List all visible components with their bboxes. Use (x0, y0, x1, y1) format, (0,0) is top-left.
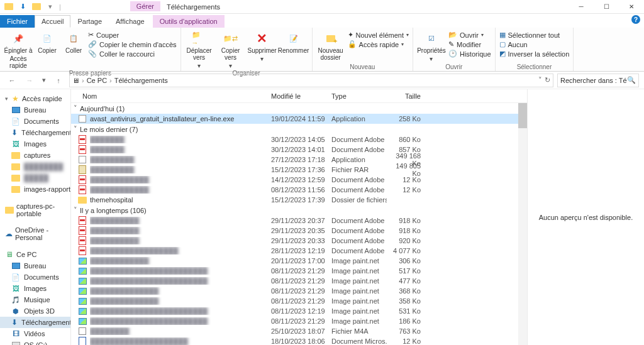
copy-path-button[interactable]: 🔗Copier le chemin d'accès (88, 40, 177, 49)
file-row[interactable]: ████████████████████████08/11/2023 21:29… (71, 266, 527, 276)
nav-onedrive[interactable]: ☁OneDrive - Personal (0, 225, 70, 243)
col-size[interactable]: Taille (387, 92, 421, 100)
search-input[interactable]: Rechercher dans : Té… 🔍 (557, 74, 639, 87)
paste-shortcut-button[interactable]: 📎Coller le raccourci (88, 49, 177, 58)
new-item-button[interactable]: ✦Nouvel élément▾ (348, 30, 409, 40)
file-modified: 08/11/2023 21:29 (271, 297, 331, 305)
nav-blur1[interactable]: ████████ (0, 161, 70, 172)
paste-button[interactable]: 📋 Coller (62, 29, 86, 54)
file-row[interactable]: ████████████████████████08/11/2023 21:29… (71, 316, 527, 326)
forward-button[interactable]: → (23, 74, 36, 87)
nav-this-pc[interactable]: 🖥Ce PC (0, 249, 70, 260)
copy-button[interactable]: 📄 Copier (35, 29, 59, 54)
file-row[interactable]: ████████████20/11/2023 17:00Image paint.… (71, 256, 527, 266)
file-row[interactable]: ██████████████████28/11/2023 12:19Docume… (71, 246, 527, 256)
file-row[interactable]: themehospital15/12/2023 17:39Dossier de … (71, 195, 527, 205)
nav-desktop[interactable]: Bureau (0, 104, 70, 116)
down-arrow-icon[interactable]: ⬇ (18, 2, 28, 12)
recent-locations-button[interactable]: ▾ (40, 74, 48, 87)
close-button[interactable]: ✕ (619, 0, 644, 14)
navigation-pane[interactable]: ▾★Accès rapide Bureau 📄Documents ⬇Téléch… (0, 89, 71, 345)
help-icon[interactable]: ? (631, 15, 640, 24)
nav-pc-documents[interactable]: 📄Documents (0, 271, 70, 283)
file-row[interactable]: ████████████████████████08/11/2023 12:19… (71, 306, 527, 316)
properties-button[interactable]: ☑Propriétés▾ (417, 29, 446, 62)
file-row[interactable]: █████████15/12/2023 17:36Fichier RAR149 … (71, 165, 527, 175)
up-button[interactable]: ↑ (52, 74, 65, 87)
select-none-button[interactable]: ▢Aucun (499, 40, 570, 49)
file-name: avast_antivirus_gratuit_installateur_en-… (90, 115, 271, 123)
col-type[interactable]: Type (331, 92, 387, 100)
nav-downloads[interactable]: ⬇Téléchargements (0, 127, 70, 138)
nav-pc-desktop[interactable]: Bureau (0, 260, 70, 271)
refresh-icon[interactable]: ↻ (545, 76, 550, 84)
nav-pc-videos[interactable]: 🎞Vidéos (0, 328, 70, 339)
nav-pc-downloads[interactable]: ⬇Téléchargements (0, 317, 70, 328)
nav-quick-access[interactable]: ▾★Accès rapide (0, 93, 70, 104)
file-row[interactable]: ██████████29/11/2023 20:37Document Adobe… (71, 216, 527, 226)
tab-share[interactable]: Partage (70, 15, 109, 28)
folder-qat-icon[interactable] (31, 2, 42, 12)
file-name: ██████████████ (90, 297, 271, 305)
maximize-button[interactable]: ☐ (594, 0, 619, 14)
file-list[interactable]: Nom Modifié le Type Taille ˅Aujourd'hui … (71, 89, 527, 345)
tab-view[interactable]: Affichage (109, 15, 152, 28)
file-row[interactable]: ██████████████08/11/2023 21:29Image pain… (71, 286, 527, 296)
file-row[interactable]: ████████████████████18/10/2023 18:06Docu… (71, 336, 527, 345)
invert-selection-button[interactable]: ◩Inverser la sélection (499, 49, 570, 58)
nav-pc-osc[interactable]: OS (C:) (0, 339, 70, 345)
open-button[interactable]: 📂Ouvrir▾ (448, 30, 491, 40)
file-row[interactable]: ███████30/12/2023 14:01Document Adobe ..… (71, 145, 527, 155)
modify-button[interactable]: ✎Modifier (448, 40, 491, 49)
tab-home[interactable]: Accueil (35, 15, 70, 28)
nav-documents[interactable]: 📄Documents (0, 116, 70, 127)
nav-captures-pc[interactable]: captures-pc-portable (0, 201, 70, 219)
column-headers[interactable]: Nom Modifié le Type Taille (71, 89, 527, 103)
file-row[interactable]: ████████25/10/2023 18:07Fichier M4A763 K… (71, 326, 527, 336)
address-dropdown-icon[interactable]: ˅ (538, 76, 542, 84)
file-row[interactable]: ██████████████08/11/2023 21:29Image pain… (71, 296, 527, 306)
nav-pc-music[interactable]: 🎵Musique (0, 294, 70, 305)
scrollbar[interactable] (518, 103, 527, 345)
col-modified[interactable]: Modifié le (271, 92, 331, 100)
file-row[interactable]: avast_antivirus_gratuit_installateur_en-… (71, 114, 527, 124)
file-row[interactable]: ███████30/12/2023 14:05Document Adobe ..… (71, 134, 527, 145)
history-button[interactable]: 🕑Historique (448, 49, 491, 58)
select-all-button[interactable]: ▦Sélectionner tout (499, 30, 570, 40)
overflow-icon[interactable]: ▾ (45, 2, 55, 12)
file-row[interactable]: ████████████14/12/2023 12:59Document Ado… (71, 175, 527, 185)
group-header[interactable]: ˅Le mois dernier (7) (71, 124, 527, 134)
nav-images-rapport[interactable]: images-rapport (0, 183, 70, 195)
move-to-button[interactable]: 📁→Déplacer vers▾ (185, 29, 214, 69)
nav-images[interactable]: 🖼Images (0, 138, 70, 150)
file-row[interactable]: ████████████08/12/2023 11:56Document Ado… (71, 185, 527, 195)
group-header[interactable]: ˅Il y a longtemps (106) (71, 205, 527, 216)
copy-to-button[interactable]: 📁⇄Copier vers▾ (216, 29, 245, 69)
new-folder-button[interactable]: ✦Nouveau dossier (316, 29, 345, 61)
cut-button[interactable]: ✂Couper (88, 30, 177, 40)
nav-pc-images[interactable]: 🖼Images (0, 283, 70, 294)
minimize-button[interactable]: ─ (569, 0, 594, 14)
file-row[interactable]: █████████27/12/2023 17:18Application349 … (71, 155, 527, 165)
file-row[interactable]: ██████████29/11/2023 20:35Document Adobe… (71, 226, 527, 236)
scroll-thumb[interactable] (518, 103, 527, 128)
rename-button[interactable]: 📝Renommer (279, 29, 308, 54)
tab-app-tools[interactable]: Outils d'application (153, 15, 225, 28)
nav-pc-3d[interactable]: ⬢Objets 3D (0, 305, 70, 317)
breadcrumb[interactable]: 🖥› Ce PC› Téléchargements ˅ ↻ (69, 74, 553, 87)
crumb-downloads[interactable]: Téléchargements (114, 77, 168, 84)
file-modified: 08/11/2023 21:29 (271, 287, 331, 295)
easy-access-button[interactable]: 🔓Accès rapide▾ (348, 40, 409, 49)
file-row[interactable]: ████████████████████████08/11/2023 21:29… (71, 276, 527, 286)
nav-blur2[interactable]: █████ (0, 172, 70, 183)
back-button[interactable]: ← (5, 74, 19, 87)
crumb-this-pc[interactable]: Ce PC (87, 77, 107, 84)
nav-captures[interactable]: captures (0, 150, 70, 161)
pin-to-quick-access-button[interactable]: 📌 Épingler à Accès rapide (4, 29, 33, 69)
window-title: Téléchargements (160, 1, 226, 13)
group-header[interactable]: ˅Aujourd'hui (1) (71, 103, 527, 114)
delete-button[interactable]: ✕Supprimer▾ (248, 29, 277, 62)
col-name[interactable]: Nom (77, 92, 271, 100)
file-row[interactable]: ██████████29/11/2023 20:33Document Adobe… (71, 236, 527, 246)
tab-file[interactable]: Fichier (0, 15, 35, 28)
